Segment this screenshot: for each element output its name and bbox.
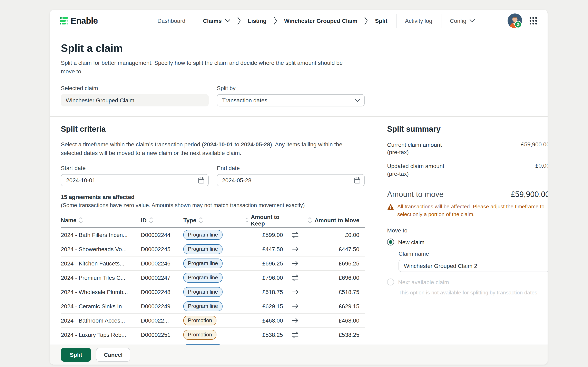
page-description: Split a claim for better management. Spe… bbox=[61, 59, 350, 76]
breadcrumb-listing[interactable]: Listing bbox=[248, 17, 267, 24]
radio-next-available-claim: Next available claim bbox=[387, 279, 548, 286]
amount-to-move-value: £59,900.00 bbox=[511, 190, 548, 199]
agreement-id: D00002247 bbox=[141, 275, 183, 281]
arrow-right-icon bbox=[283, 303, 307, 310]
split-summary-panel: Split summary Current claim amount (pre-… bbox=[377, 117, 548, 345]
claim-name-input[interactable] bbox=[398, 260, 548, 272]
current-claim-amount-label: Current claim amount bbox=[387, 141, 442, 149]
current-claim-amount-sub: (pre-tax) bbox=[387, 149, 442, 156]
breadcrumb-chevron-icon bbox=[274, 17, 277, 25]
nav-links: Dashboard Claims Listing Winchester Grou… bbox=[157, 14, 475, 28]
amount-to-move: £518.75 bbox=[307, 289, 365, 295]
cancel-button[interactable]: Cancel bbox=[96, 348, 130, 362]
split-criteria-intro: Select a timeframe within the claim’s tr… bbox=[61, 140, 365, 157]
agreement-id: D00002246 bbox=[141, 260, 183, 267]
start-date-input[interactable] bbox=[61, 174, 209, 186]
agreement-type: Program line bbox=[183, 287, 245, 297]
arrow-right-icon bbox=[283, 245, 307, 253]
split-summary-heading: Split summary bbox=[387, 125, 548, 134]
table-row: 2024 - Bath Fillers Incen...D00002244Pro… bbox=[61, 228, 365, 242]
agreement-name: 2024 - Luxury Taps Reb... bbox=[61, 332, 141, 338]
table-row: 2024 - Ceramic Sinks In...D00002249Progr… bbox=[61, 299, 365, 314]
enable-logo-icon bbox=[60, 17, 68, 25]
warning-message: All transactions will be affected. Pleas… bbox=[387, 203, 548, 218]
nav-activity-log[interactable]: Activity log bbox=[405, 17, 432, 24]
period-end: 2024-05-28 bbox=[241, 141, 270, 148]
agreement-type: Program line bbox=[183, 244, 245, 254]
page: Enable Dashboard Claims Listing Winchest… bbox=[0, 0, 588, 367]
arrow-right-icon bbox=[283, 260, 307, 267]
amount-to-move-label: Amount to move bbox=[387, 190, 444, 199]
start-date-label: Start date bbox=[61, 165, 209, 171]
type-badge: Program line bbox=[183, 301, 222, 311]
agreements-table: Name ID Type Amount bbox=[61, 213, 365, 345]
header-right: G bbox=[508, 13, 538, 28]
end-date-label: End date bbox=[217, 165, 365, 171]
radio-new-claim[interactable]: New claim bbox=[387, 239, 548, 246]
move-to-label: Move to bbox=[387, 227, 548, 234]
nav-claims[interactable]: Claims bbox=[203, 17, 230, 24]
breadcrumb-claim-name[interactable]: Winchester Grouped Claim bbox=[284, 17, 357, 24]
table-row: 2024 - Premium Tiles C...D00002247Progra… bbox=[61, 271, 365, 285]
amount-to-move: £696.25 bbox=[307, 260, 365, 267]
period-start: 2024-10-01 bbox=[204, 141, 233, 148]
selected-claim-field: Winchester Grouped Claim bbox=[61, 94, 209, 106]
radio-selected-icon bbox=[387, 239, 394, 246]
split-by-select[interactable] bbox=[217, 94, 365, 106]
type-badge: Program line bbox=[183, 287, 222, 297]
agreements-table-header: Name ID Type Amount bbox=[61, 213, 365, 228]
current-claim-amount-row: Current claim amount (pre-tax) £59,900.0… bbox=[387, 141, 548, 156]
amount-to-move: £0.00 bbox=[307, 232, 365, 238]
table-row: 2024 - Heating Systems...D000022...Progr… bbox=[61, 342, 365, 345]
swap-icon bbox=[283, 231, 307, 239]
nav-dashboard[interactable]: Dashboard bbox=[157, 17, 185, 24]
amount-to-move: £468.00 bbox=[307, 317, 365, 324]
nav-config[interactable]: Config bbox=[450, 17, 475, 24]
table-row: 2024 - Bathroom Acces...D000022...Promot… bbox=[61, 314, 365, 328]
chevron-down-icon[interactable] bbox=[355, 99, 361, 102]
arrow-right-icon bbox=[283, 288, 307, 296]
sort-icon bbox=[79, 217, 83, 224]
type-badge: Promotion bbox=[183, 316, 217, 325]
nav-divider bbox=[194, 14, 194, 28]
agreement-type: Promotion bbox=[183, 316, 245, 325]
breadcrumb-chevron-icon bbox=[237, 17, 241, 25]
type-badge: Promotion bbox=[183, 330, 217, 340]
date-range-row: Start date End date bbox=[61, 165, 365, 186]
agreement-name: 2024 - Kitchen Faucets... bbox=[61, 260, 141, 267]
amount-to-keep: £629.15 bbox=[245, 303, 283, 309]
claim-name-label: Claim name bbox=[398, 250, 548, 257]
type-badge: Program line bbox=[183, 259, 222, 268]
split-by-value[interactable] bbox=[217, 94, 365, 106]
avatar-badge: G bbox=[517, 22, 520, 27]
user-avatar[interactable]: G bbox=[508, 13, 522, 28]
agreement-id: D00002244 bbox=[141, 232, 183, 238]
split-button[interactable]: Split bbox=[61, 348, 91, 362]
amount-to-move: £629.15 bbox=[307, 303, 365, 309]
agreement-id: D000022... bbox=[141, 317, 183, 324]
amount-to-move-row: Amount to move £59,900.00 bbox=[387, 190, 548, 199]
apps-grid-icon[interactable] bbox=[529, 16, 538, 25]
calendar-icon[interactable] bbox=[198, 177, 205, 184]
table-row: 2024 - Showerheads Vo...D00002245Program… bbox=[61, 242, 365, 257]
split-by-label: Split by bbox=[217, 85, 365, 91]
sort-header-type[interactable]: Type bbox=[183, 217, 245, 224]
sort-header-amount-keep[interactable]: Amount to Keep bbox=[245, 214, 283, 227]
sort-header-amount-move[interactable]: Amount to Move bbox=[307, 217, 365, 224]
agreement-id: D00002249 bbox=[141, 303, 183, 309]
sort-header-name[interactable]: Name bbox=[61, 217, 141, 224]
amount-to-keep: £599.00 bbox=[245, 232, 283, 238]
agreement-name: 2024 - Bathroom Acces... bbox=[61, 317, 141, 324]
agreements-table-body: 2024 - Bath Fillers Incen...D00002244Pro… bbox=[61, 228, 365, 345]
swap-icon bbox=[283, 331, 307, 338]
enable-logo[interactable]: Enable bbox=[60, 16, 98, 26]
calendar-icon[interactable] bbox=[354, 177, 361, 184]
sort-header-id[interactable]: ID bbox=[141, 217, 183, 224]
swap-icon bbox=[283, 274, 307, 281]
type-badge: Program line bbox=[183, 244, 222, 254]
page-title: Split a claim bbox=[61, 42, 536, 55]
split-criteria-section: Split criteria Select a timeframe within… bbox=[50, 117, 377, 345]
end-date-input[interactable] bbox=[217, 174, 365, 186]
amount-to-keep: £447.50 bbox=[245, 246, 283, 252]
amount-to-keep: £518.75 bbox=[245, 289, 283, 295]
